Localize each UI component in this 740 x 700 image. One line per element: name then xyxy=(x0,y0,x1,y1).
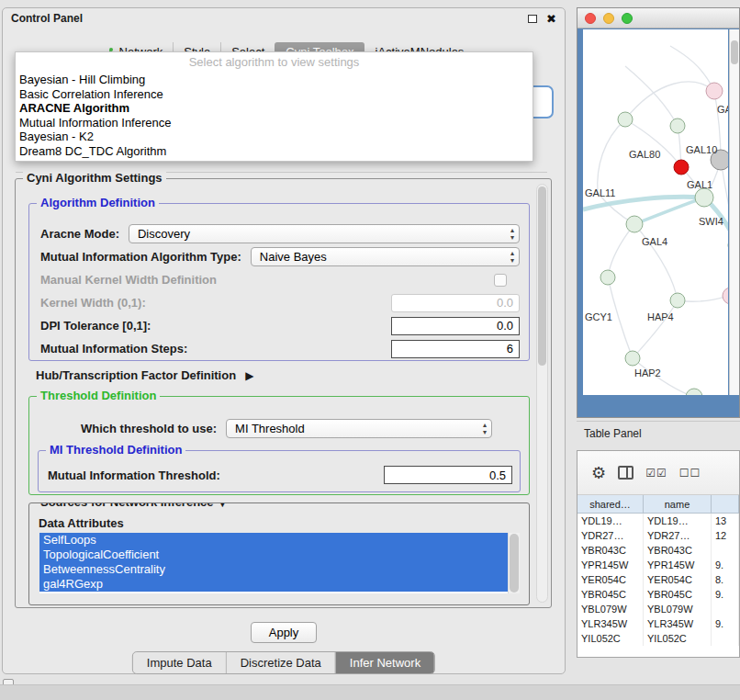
table-cell: 9. xyxy=(712,616,739,631)
which-threshold-select[interactable]: MI Threshold ▴▾ xyxy=(226,419,492,438)
expand-right-icon[interactable]: ▶ xyxy=(245,369,253,382)
attribute-list-item[interactable]: TopologicalCoefficient xyxy=(39,548,508,562)
table-window: ⚙ ☑☑ ☐☐ shared… name YDL19…YDL19…13YDR27… xyxy=(577,450,740,658)
network-canvas[interactable]: GALGAL80GAL10GAL11GAL1SWI4GAL4GCY1HAP4HA… xyxy=(583,29,728,395)
collapse-down-icon[interactable]: ▼ xyxy=(219,502,227,508)
close-panel-icon[interactable]: ✖ xyxy=(546,13,556,25)
table-row[interactable]: YLR345WYLR345W9. xyxy=(577,616,739,631)
tab-infer-network[interactable]: Infer Network xyxy=(335,652,434,673)
table-cell: 9. xyxy=(712,558,739,572)
tab-impute-data[interactable]: Impute Data xyxy=(133,652,226,673)
mi-threshold-field[interactable] xyxy=(384,466,512,484)
algorithm-dropdown-popup: Select algorithm to view settings Bayesi… xyxy=(15,51,533,162)
network-node-label: GAL4 xyxy=(642,236,667,247)
kernel-width-label: Kernel Width (0,1): xyxy=(40,296,146,310)
mi-threshold-row: Mutual Information Threshold: xyxy=(48,466,512,484)
settings-scrollbar[interactable] xyxy=(536,184,548,603)
table-panel-title: Table Panel xyxy=(584,427,642,440)
table-body: YDL19…YDL19…13YDR27…YDR27…12YBR043CYBR04… xyxy=(577,514,739,646)
network-node[interactable] xyxy=(625,351,640,366)
data-attributes-items: SelfLoopsTopologicalCoefficientBetweenne… xyxy=(39,533,520,592)
mi-steps-row: Mutual Information Steps: xyxy=(40,337,520,360)
network-node-label: GAL10 xyxy=(686,144,717,155)
show-columns-icon[interactable] xyxy=(618,466,633,480)
dpi-tolerance-field[interactable] xyxy=(391,317,520,335)
select-all-columns-icon[interactable]: ☑☑ xyxy=(645,467,667,480)
attribute-list-item[interactable]: gal4RGexp xyxy=(39,577,508,592)
network-node[interactable] xyxy=(706,83,723,99)
network-node[interactable] xyxy=(674,160,689,175)
algorithm-option[interactable]: Bayesian - Hill Climbing xyxy=(16,73,533,87)
deselect-all-columns-icon[interactable]: ☐☐ xyxy=(679,467,701,480)
algorithm-option[interactable]: Dream8 DC_TDC Algorithm xyxy=(16,144,533,159)
column-header-name[interactable]: name xyxy=(644,495,712,513)
network-node[interactable] xyxy=(686,389,702,395)
table-row[interactable]: YIL052CYIL052C xyxy=(577,631,739,646)
network-node-label: GAL xyxy=(717,104,728,115)
network-scrollbar-thumb[interactable] xyxy=(731,40,738,64)
manual-kernel-checkbox[interactable] xyxy=(494,274,507,287)
close-window-icon[interactable] xyxy=(585,13,596,24)
algorithm-dropdown-placeholder: Select algorithm to view settings xyxy=(16,52,533,73)
network-node[interactable] xyxy=(626,216,643,232)
algorithm-option[interactable]: Mutual Information Inference xyxy=(16,116,533,130)
mi-type-select[interactable]: Naive Bayes ▴▾ xyxy=(251,247,520,266)
attribute-list-item[interactable]: SelfLoops xyxy=(39,533,508,548)
table-row[interactable]: YBR043CYBR043C xyxy=(577,543,739,558)
algorithm-option[interactable]: Basic Correlation Inference xyxy=(16,87,533,102)
minimize-window-icon[interactable] xyxy=(603,13,614,24)
network-node-label: GAL80 xyxy=(629,149,660,160)
apply-button[interactable]: Apply xyxy=(251,622,317,643)
network-scrollbar[interactable] xyxy=(729,29,739,395)
table-cell: YDR27… xyxy=(644,528,712,543)
table-row[interactable]: YPR145WYPR145W9. xyxy=(577,558,739,572)
threshold-definition-title: Threshold Definition xyxy=(37,389,160,402)
mi-steps-field[interactable] xyxy=(391,340,520,358)
column-header-shared-name[interactable]: shared… xyxy=(577,495,644,513)
sources-group: Sources for Network Inference▼ Data Attr… xyxy=(28,502,530,605)
network-node[interactable] xyxy=(695,188,713,207)
attributes-list-scrollbar[interactable] xyxy=(508,533,520,593)
kernel-width-row: Kernel Width (0,1): xyxy=(40,291,520,314)
mi-threshold-label: Mutual Information Threshold: xyxy=(48,469,220,482)
which-threshold-label: Which threshold to use: xyxy=(81,422,217,435)
manual-kernel-label: Manual Kernel Width Definition xyxy=(40,273,217,287)
table-cell: YBR045C xyxy=(644,587,712,602)
settings-scrollbar-thumb[interactable] xyxy=(538,186,546,366)
network-node[interactable] xyxy=(600,270,615,285)
algorithm-option[interactable]: Bayesian - K2 xyxy=(16,130,533,144)
network-node[interactable] xyxy=(723,288,728,304)
mi-threshold-title: MI Threshold Definition xyxy=(46,443,185,457)
table-settings-gear-icon[interactable]: ⚙ xyxy=(591,463,606,482)
network-node[interactable] xyxy=(618,112,633,127)
table-row[interactable]: YER054CYER054C8. xyxy=(577,572,739,587)
network-node-label: GAL11 xyxy=(585,187,615,198)
table-row[interactable]: YBL079WYBL079W xyxy=(577,602,739,616)
table-row[interactable]: YBR045CYBR045C9. xyxy=(577,587,739,602)
table-cell: YPR145W xyxy=(644,558,712,572)
aracne-mode-select[interactable]: Discovery ▴▾ xyxy=(129,224,520,243)
zoom-window-icon[interactable] xyxy=(622,13,633,24)
table-row[interactable]: YDR27…YDR27…12 xyxy=(577,528,739,543)
combo-arrows-icon: ▴▾ xyxy=(510,227,514,242)
hub-definition-section[interactable]: Hub/Transcription Factor Definition ▶ xyxy=(36,368,253,382)
tab-discretize-data[interactable]: Discretize Data xyxy=(226,652,335,673)
combo-arrows-icon: ▴▾ xyxy=(510,250,514,265)
column-header-partial[interactable] xyxy=(712,495,739,513)
float-panel-icon[interactable] xyxy=(528,15,537,23)
data-attributes-list[interactable]: SelfLoopsTopologicalCoefficientBetweenne… xyxy=(39,533,520,593)
network-node-label: HAP2 xyxy=(634,367,661,378)
sources-group-title[interactable]: Sources for Network Inference▼ xyxy=(37,502,230,509)
network-window-titlebar xyxy=(577,8,739,28)
table-cell: YDR27… xyxy=(577,528,644,543)
table-row[interactable]: YDL19…YDL19…13 xyxy=(577,514,739,528)
algorithm-option[interactable]: ARACNE Algorithm xyxy=(16,101,533,116)
attribute-list-item[interactable]: BetweennessCentrality xyxy=(39,562,508,577)
attributes-list-scrollbar-thumb[interactable] xyxy=(510,534,519,593)
table-cell xyxy=(712,631,739,646)
network-node[interactable] xyxy=(670,293,685,308)
network-node[interactable] xyxy=(670,119,685,133)
kernel-width-field[interactable] xyxy=(391,294,520,312)
aracne-mode-value: Discovery xyxy=(138,227,190,241)
table-cell: YBR043C xyxy=(577,543,644,558)
